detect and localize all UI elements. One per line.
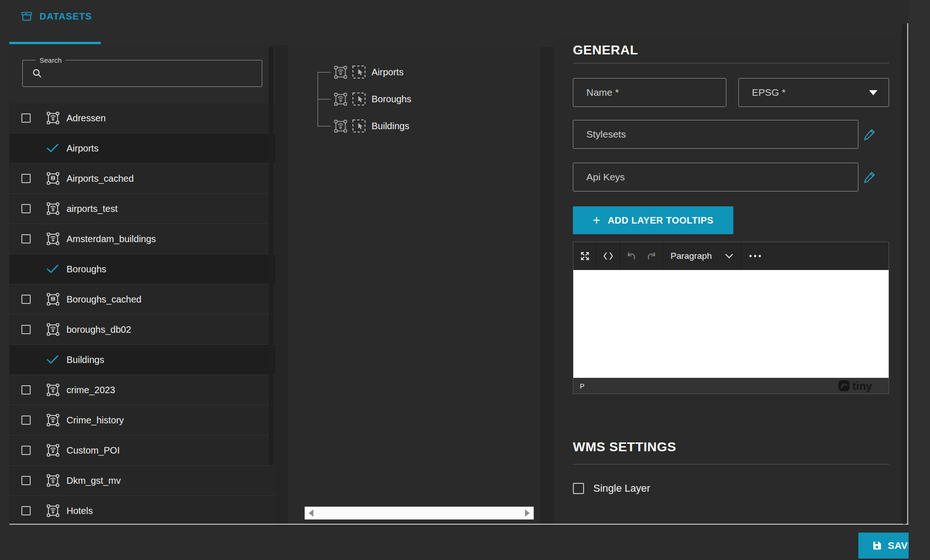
dataset-label: Buildings [66,355,104,365]
geofence-database-icon [46,172,60,185]
stylesets-input[interactable] [573,120,858,149]
dataset-label: airports_test [66,204,118,214]
geofence-signal-icon [46,383,60,396]
dataset-label: Adressen [66,113,106,124]
geofence-database-icon [46,293,60,306]
dataset-row[interactable]: boroughs_db02 [9,315,275,345]
layer-tree-item[interactable]: Airports [288,59,540,86]
horizontal-scrollbar[interactable] [305,507,534,520]
search-field-label: Search [36,56,66,64]
edit-api-keys-button[interactable] [862,169,878,185]
dataset-checkbox[interactable] [21,415,31,425]
layer-tree-item[interactable]: Buildings [288,112,540,139]
dataset-label: Airports [66,143,99,154]
panel-gap [540,47,554,526]
content-bottom-border [9,524,909,525]
datasets-list-panel: Search [9,45,275,526]
tiny-logo: tiny [837,379,882,393]
page-right-margin [909,0,930,560]
layer-label: Airports [372,67,404,78]
dataset-row[interactable]: Hotels [9,496,275,526]
dataset-row[interactable]: airports_test [9,194,275,224]
paragraph-format-dropdown[interactable]: Paragraph [663,242,741,270]
dataset-checkbox[interactable] [21,295,31,304]
dataset-row[interactable]: Crime_history [9,405,275,435]
geofence-signal-icon [46,444,60,457]
more-toolbar-options-button[interactable] [741,242,769,270]
dataset-row[interactable]: Dkm_gst_mv [9,466,275,496]
geofence-signal-icon [46,474,60,487]
scroll-left-arrow-icon[interactable] [309,509,313,517]
dataset-checkbox[interactable] [21,476,31,485]
dataset-label: Airports_cached [66,173,134,184]
dataset-row[interactable]: Boroughs [9,254,275,284]
dataset-checkbox[interactable] [21,204,31,213]
dataset-checkbox[interactable] [21,234,31,244]
plus-icon: + [593,214,600,227]
code-icon [603,251,614,261]
geofence-signal-icon [46,504,60,517]
geofence-signal-icon [46,232,60,245]
name-input[interactable] [573,78,726,107]
fullscreen-button[interactable] [573,242,596,270]
dataset-rows: Adressen [9,103,275,526]
general-section-title: GENERAL [573,43,638,58]
add-layer-tooltips-button[interactable]: + ADD LAYER TOOLTIPS [573,206,733,234]
dataset-row[interactable]: crime_2023 [9,375,275,405]
fullscreen-icon [579,250,591,262]
datasets-vertical-scrollbar[interactable] [269,46,273,466]
datasets-box-icon [20,10,33,23]
editor-toolbar: Paragraph [573,242,889,270]
single-layer-checkbox[interactable] [573,483,584,494]
editor-status-bar: P tiny [573,378,889,394]
search-icon [31,67,43,79]
dataset-row[interactable]: Amsterdam_buildings [9,224,275,254]
editor-content-area[interactable] [573,270,889,378]
scroll-right-arrow-icon[interactable] [525,509,530,517]
select-tool-icon [352,119,366,133]
epsg-select-label: EPSG * [752,87,785,98]
redo-button[interactable] [642,242,663,270]
dataset-label: Crime_history [66,415,124,426]
tab-datasets[interactable]: DATASETS [20,10,92,23]
geofence-signal-icon [46,414,60,427]
page-scrollbar-thumb[interactable] [902,24,907,524]
dataset-checkbox[interactable] [21,506,31,515]
source-code-button[interactable] [597,242,620,270]
layer-tree-item[interactable]: Boroughs [288,86,540,112]
redo-icon [646,251,658,261]
undo-icon [625,251,637,261]
dataset-row[interactable]: Airports [9,133,275,164]
undo-button[interactable] [620,242,642,270]
search-input[interactable] [48,68,257,79]
selected-check-icon [46,144,59,153]
dataset-row[interactable]: Custom_POI [9,435,275,466]
api-keys-input[interactable] [573,163,858,191]
geofence-icon [334,119,347,133]
active-tab-indicator [9,42,101,44]
select-tool-icon [352,65,366,79]
dataset-row[interactable]: Buildings [9,345,275,375]
dataset-checkbox[interactable] [21,385,31,395]
geofence-signal-icon [46,202,60,215]
page-scrollbar-track[interactable] [907,23,908,524]
layer-label: Boroughs [372,94,412,105]
single-layer-option[interactable]: Single Layer [573,482,650,494]
selected-check-icon [46,355,59,364]
dataset-checkbox[interactable] [21,174,31,183]
dataset-checkbox[interactable] [21,325,31,334]
paragraph-format-label: Paragraph [671,251,712,261]
tab-datasets-label: DATASETS [40,11,92,22]
edit-stylesets-button[interactable] [862,126,878,142]
search-field: Search [22,56,262,87]
geofence-signal-icon [46,323,60,336]
dataset-row[interactable]: Airports_cached [9,164,275,194]
epsg-select[interactable]: EPSG * [738,78,889,107]
dataset-row[interactable]: Adressen [9,103,275,133]
dataset-row[interactable]: Boroughs_cached [9,284,275,315]
selected-check-icon [46,264,59,274]
dataset-checkbox[interactable] [21,113,31,123]
geofence-icon [334,92,347,106]
layer-tree: Airports [288,59,540,139]
dataset-checkbox[interactable] [21,446,31,455]
